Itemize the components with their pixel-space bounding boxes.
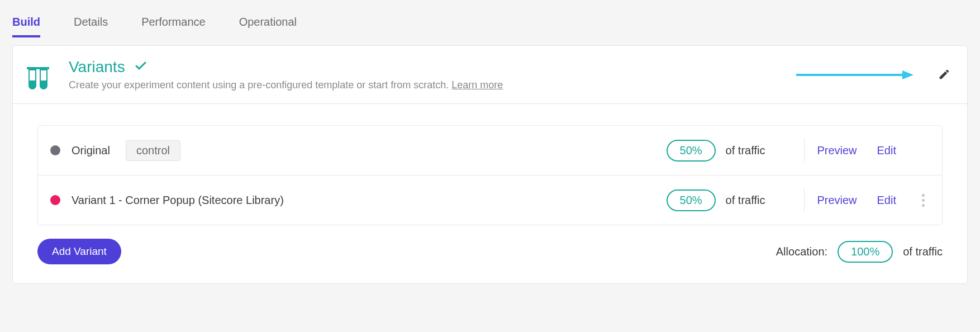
more-menu-button[interactable]	[916, 194, 930, 207]
variants-table: Original control 50% of traffic Preview …	[37, 125, 943, 225]
divider	[804, 188, 805, 212]
traffic-percent-pill: 50%	[667, 140, 716, 162]
variant-color-dot	[50, 195, 60, 205]
variant-row: Original control 50% of traffic Preview …	[38, 126, 942, 176]
variant-row: Variant 1 - Corner Popup (Sitecore Libra…	[38, 176, 942, 225]
pointer-arrow	[796, 69, 914, 80]
tab-operational[interactable]: Operational	[239, 16, 297, 37]
variants-card: Variants Create your experiment content …	[12, 45, 968, 284]
tab-bar: Build Details Performance Operational	[0, 0, 980, 37]
of-traffic-label: of traffic	[726, 144, 765, 157]
test-tubes-icon	[28, 64, 52, 89]
learn-more-link[interactable]: Learn more	[451, 79, 503, 91]
divider	[804, 138, 805, 163]
control-badge: control	[126, 140, 180, 161]
card-header: Variants Create your experiment content …	[13, 46, 967, 104]
check-icon	[134, 59, 148, 75]
tab-details[interactable]: Details	[74, 16, 108, 37]
edit-link[interactable]: Edit	[877, 194, 896, 207]
section-subtitle: Create your experiment content using a p…	[69, 79, 952, 91]
card-footer: Add Variant Allocation: 100% of traffic	[13, 225, 967, 283]
variant-color-dot	[50, 145, 60, 155]
add-variant-button[interactable]: Add Variant	[37, 239, 121, 264]
tab-performance[interactable]: Performance	[141, 16, 206, 37]
edit-section-button[interactable]	[938, 68, 952, 82]
section-title: Variants	[69, 58, 125, 76]
traffic-percent-pill: 50%	[667, 189, 716, 211]
pencil-icon	[938, 68, 950, 80]
preview-link[interactable]: Preview	[817, 194, 857, 207]
of-traffic-label: of traffic	[726, 194, 765, 207]
preview-link[interactable]: Preview	[817, 144, 857, 157]
allocation-label: Allocation:	[776, 245, 827, 258]
of-traffic-label: of traffic	[903, 245, 943, 258]
svg-marker-1	[902, 70, 914, 79]
tab-build[interactable]: Build	[12, 16, 40, 37]
edit-link[interactable]: Edit	[877, 144, 896, 157]
variant-name: Original	[72, 144, 110, 157]
allocation-percent-pill: 100%	[838, 241, 893, 263]
variant-name: Variant 1 - Corner Popup (Sitecore Libra…	[72, 194, 284, 207]
